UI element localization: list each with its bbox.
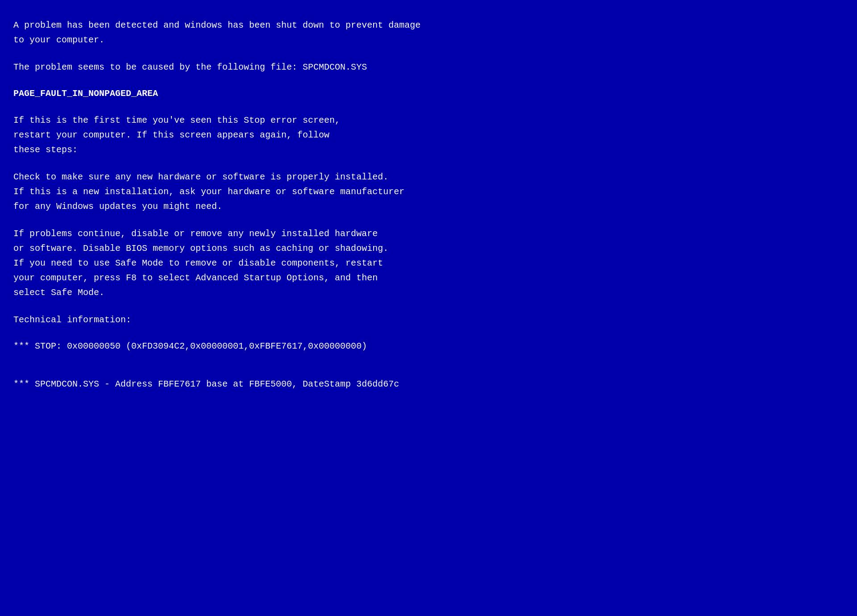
safe-mode-section: If problems continue, disable or remove … (13, 226, 844, 300)
file-section: The problem seems to be caused by the fo… (13, 60, 844, 75)
error-code: PAGE_FAULT_IN_NONPAGED_AREA (13, 87, 844, 100)
first-time-line2: restart your computer. If this screen ap… (13, 130, 329, 140)
tech-info-label: Technical information: (13, 315, 131, 325)
error-code-section: PAGE_FAULT_IN_NONPAGED_AREA (13, 87, 844, 100)
safe-mode-line1: If problems continue, disable or remove … (13, 229, 378, 239)
bsod-screen: A problem has been detected and windows … (13, 18, 844, 391)
safe-mode-line5: select Safe Mode. (13, 287, 104, 298)
hardware-line3: for any Windows updates you might need. (13, 201, 222, 212)
tech-info-section: Technical information: (13, 312, 844, 327)
driver-info-section: *** SPCMDCON.SYS - Address FBFE7617 base… (13, 366, 844, 391)
safe-mode-line4: your computer, press F8 to select Advanc… (13, 273, 378, 283)
file-line: The problem seems to be caused by the fo… (13, 62, 367, 72)
first-time-line3: these steps: (13, 145, 78, 155)
stop-code: *** STOP: 0x00000050 (0xFD3094C2,0x00000… (13, 341, 367, 351)
intro-line1: A problem has been detected and windows … (13, 20, 420, 30)
driver-info: *** SPCMDCON.SYS - Address FBFE7617 base… (13, 379, 399, 389)
first-time-line1: If this is the first time you've seen th… (13, 115, 340, 125)
stop-code-section: *** STOP: 0x00000050 (0xFD3094C2,0x00000… (13, 340, 844, 353)
hardware-line2: If this is a new installation, ask your … (13, 187, 404, 197)
safe-mode-line3: If you need to use Safe Mode to remove o… (13, 258, 383, 268)
safe-mode-line2: or software. Disable BIOS memory options… (13, 243, 388, 254)
first-time-section: If this is the first time you've seen th… (13, 113, 844, 157)
intro-line2: to your computer. (13, 35, 104, 45)
hardware-line1: Check to make sure any new hardware or s… (13, 172, 388, 182)
intro-section: A problem has been detected and windows … (13, 18, 844, 47)
hardware-check-section: Check to make sure any new hardware or s… (13, 170, 844, 214)
